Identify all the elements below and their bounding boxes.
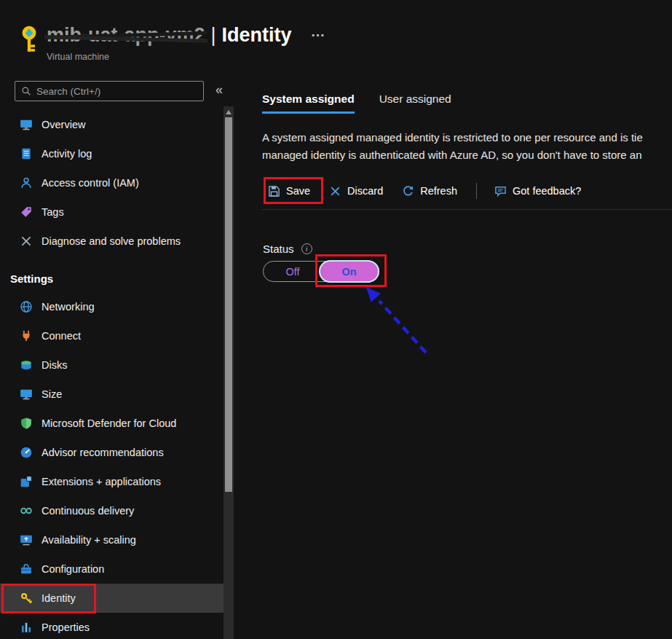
- sidebar-item-label: Advisor recommendations: [41, 447, 164, 458]
- sidebar-item-label: Overview: [41, 119, 85, 130]
- status-toggle: Off On: [263, 261, 379, 282]
- sidebar-item-continuous-delivery[interactable]: Continuous delivery: [0, 496, 224, 525]
- title-separator: |: [211, 24, 216, 46]
- scrollbar-thumb[interactable]: [225, 117, 232, 492]
- size-icon: [20, 388, 33, 401]
- status-row: Status i: [263, 243, 312, 255]
- save-label: Save: [286, 185, 310, 197]
- configuration-toolbox-icon: [20, 562, 33, 576]
- resource-name: mib-uat-app-vm2: [47, 24, 205, 47]
- disks-icon: [20, 358, 33, 372]
- identity-key-icon: [20, 592, 33, 605]
- defender-shield-icon: [20, 417, 33, 430]
- search-input[interactable]: [36, 86, 197, 97]
- sidebar-item-label: Availability + scaling: [41, 534, 136, 546]
- advisor-gauge-icon: [20, 446, 33, 459]
- sidebar-item-label: Identity: [41, 592, 76, 604]
- sidebar-item-label: Extensions + applications: [41, 476, 161, 487]
- page-title: Identity: [222, 24, 292, 46]
- properties-icon: [20, 621, 33, 634]
- description-text: A system assigned managed identity is re…: [262, 129, 672, 163]
- tab-system-assigned[interactable]: System assigned: [262, 93, 355, 114]
- overview-icon: [20, 118, 33, 131]
- feedback-label: Got feedback?: [513, 185, 581, 197]
- sidebar-item-access-control[interactable]: Access control (IAM): [0, 168, 224, 197]
- sidebar-item-label: Microsoft Defender for Cloud: [41, 417, 176, 429]
- continuous-delivery-icon: [20, 504, 33, 517]
- azure-portal-identity-page: mib-uat-app-vm2|Identity… Virtual machin…: [0, 0, 672, 639]
- toggle-off-button[interactable]: Off: [264, 262, 322, 281]
- sidebar-item-extensions[interactable]: Extensions + applications: [0, 467, 224, 496]
- sidebar-item-diagnose[interactable]: Diagnose and solve problems: [0, 227, 224, 256]
- search-box[interactable]: [15, 81, 204, 101]
- info-icon[interactable]: i: [301, 243, 312, 254]
- sidebar-item-activity-log[interactable]: Activity log: [0, 139, 224, 168]
- toolbar-divider: [476, 183, 477, 199]
- discard-x-icon: [329, 185, 341, 197]
- description-line-2: managed identity is authenticated with A…: [262, 146, 672, 164]
- sidebar-item-label: Disks: [41, 359, 67, 371]
- save-button[interactable]: Save: [268, 185, 310, 197]
- more-menu-button[interactable]: …: [311, 23, 327, 40]
- sidebar-item-disks[interactable]: Disks: [0, 350, 224, 380]
- sidebar-group-settings: Settings: [0, 256, 224, 292]
- sidebar-item-properties[interactable]: Properties: [0, 613, 224, 639]
- sidebar-item-label: Continuous delivery: [41, 505, 134, 517]
- refresh-button[interactable]: Refresh: [402, 185, 457, 197]
- managed-identity-key-icon: [16, 25, 42, 57]
- sidebar-item-configuration[interactable]: Configuration: [0, 554, 224, 584]
- toolbar-separator: [262, 209, 672, 210]
- sidebar-item-label: Connect: [41, 330, 81, 342]
- diagnose-icon: [20, 235, 33, 248]
- discard-button[interactable]: Discard: [329, 185, 383, 197]
- save-icon: [268, 185, 280, 197]
- networking-icon: [20, 300, 33, 313]
- availability-scaling-icon: [20, 533, 33, 546]
- sidebar-scrollbar[interactable]: [224, 106, 234, 639]
- identity-tabs: System assigned User assigned: [262, 93, 451, 114]
- discard-label: Discard: [347, 185, 383, 197]
- access-control-icon: [20, 176, 33, 189]
- sidebar-item-defender[interactable]: Microsoft Defender for Cloud: [0, 409, 224, 438]
- collapse-sidebar-button[interactable]: «: [216, 82, 223, 98]
- search-icon: [21, 86, 31, 96]
- sidebar-item-identity[interactable]: Identity: [0, 584, 224, 613]
- tags-icon: [20, 205, 33, 219]
- refresh-label: Refresh: [420, 185, 457, 197]
- status-label: Status: [263, 243, 294, 255]
- sidebar-item-label: Configuration: [41, 563, 104, 575]
- sidebar-item-availability-scaling[interactable]: Availability + scaling: [0, 525, 224, 554]
- description-line-1: A system assigned managed identity is re…: [262, 129, 672, 146]
- page-header: mib-uat-app-vm2|Identity… Virtual machin…: [47, 24, 327, 62]
- toggle-on-button[interactable]: On: [319, 260, 379, 283]
- activity-log-icon: [20, 147, 33, 160]
- feedback-button[interactable]: Got feedback?: [494, 185, 581, 197]
- sidebar-item-connect[interactable]: Connect: [0, 321, 224, 350]
- resource-type-label: Virtual machine: [47, 52, 327, 62]
- refresh-icon: [402, 185, 414, 197]
- extensions-icon: [20, 475, 33, 488]
- sidebar-item-label: Access control (IAM): [41, 177, 139, 189]
- sidebar-item-advisor[interactable]: Advisor recommendations: [0, 438, 224, 467]
- connect-icon: [20, 329, 33, 342]
- sidebar-item-label: Activity log: [41, 148, 92, 160]
- sidebar-item-tags[interactable]: Tags: [0, 197, 224, 227]
- sidebar-item-overview[interactable]: Overview: [0, 110, 224, 139]
- command-bar: Save Discard Refresh Got feedback?: [268, 179, 600, 203]
- sidebar-item-label: Networking: [41, 301, 95, 313]
- tab-user-assigned[interactable]: User assigned: [379, 93, 451, 114]
- sidebar-item-networking[interactable]: Networking: [0, 292, 224, 321]
- sidebar-item-label: Diagnose and solve problems: [41, 235, 181, 247]
- scrollbar-up-arrow[interactable]: [226, 110, 232, 114]
- sidebar-menu: Overview Activity log Access control (IA…: [0, 110, 224, 639]
- sidebar-item-size[interactable]: Size: [0, 380, 224, 409]
- sidebar-item-label: Properties: [41, 622, 90, 633]
- feedback-icon: [494, 185, 507, 197]
- sidebar-item-label: Tags: [41, 206, 64, 218]
- sidebar-item-label: Size: [41, 388, 62, 400]
